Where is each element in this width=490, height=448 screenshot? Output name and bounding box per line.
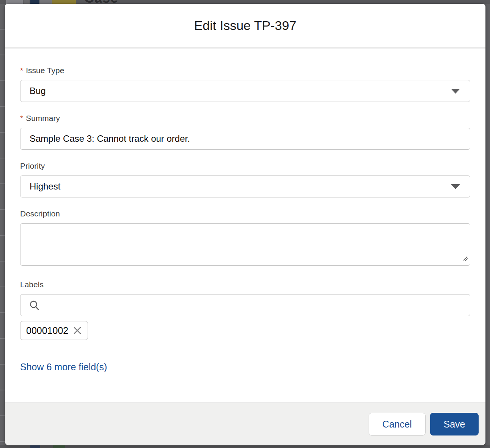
background-page-left <box>0 4 5 448</box>
background-page-bottom <box>0 445 490 448</box>
app-icon <box>30 0 39 4</box>
label-pill-text: 00001002 <box>26 325 68 336</box>
case-object-icon <box>52 0 76 4</box>
chevron-down-icon <box>451 184 460 189</box>
issue-type-label: * Issue Type <box>20 66 470 75</box>
background-tile <box>39 0 52 4</box>
modal-footer: Cancel Save <box>5 403 485 445</box>
labels-search-input[interactable] <box>20 294 470 316</box>
issue-type-combobox[interactable]: Bug <box>20 80 470 102</box>
issue-type-value: Bug <box>30 86 46 96</box>
modal-header: Edit Issue TP-397 <box>5 4 485 49</box>
description-label-text: Description <box>20 209 60 218</box>
case-object-label: Case <box>84 0 118 4</box>
search-icon <box>29 300 40 313</box>
priority-combobox[interactable]: Highest <box>20 175 470 197</box>
background-tile <box>30 445 40 448</box>
background-page-right <box>485 4 490 445</box>
description-field: Description <box>20 209 470 266</box>
issue-type-label-text: Issue Type <box>26 66 64 75</box>
show-more-fields-link[interactable]: Show 6 more field(s) <box>20 362 107 373</box>
summary-field: * Summary <box>20 114 470 150</box>
priority-field: Priority Highest <box>20 161 470 197</box>
cancel-button[interactable]: Cancel <box>369 413 426 435</box>
background-tile <box>53 445 65 448</box>
priority-label-text: Priority <box>20 161 45 171</box>
chevron-down-icon <box>451 89 460 94</box>
save-button[interactable]: Save <box>430 413 479 435</box>
background-tile <box>6 0 23 4</box>
summary-label: * Summary <box>20 114 470 123</box>
modal-body: * Issue Type Bug * Summary Priority High… <box>5 49 485 403</box>
required-marker: * <box>20 66 23 75</box>
label-pill[interactable]: 00001002 <box>20 321 88 340</box>
issue-type-field: * Issue Type Bug <box>20 66 470 102</box>
background-page-top: Case <box>0 0 490 4</box>
priority-value: Highest <box>30 181 60 192</box>
priority-label: Priority <box>20 161 470 171</box>
close-icon[interactable] <box>73 326 82 335</box>
description-label: Description <box>20 209 470 218</box>
modal-title: Edit Issue TP-397 <box>194 18 297 33</box>
labels-field: Labels 00001002 <box>20 280 470 340</box>
edit-issue-modal: Edit Issue TP-397 * Issue Type Bug * Sum… <box>5 4 485 445</box>
background-tile <box>24 0 30 4</box>
labels-label: Labels <box>20 280 470 289</box>
description-textarea[interactable] <box>20 223 470 266</box>
description-textarea-wrap <box>20 223 470 266</box>
resize-handle-icon[interactable] <box>462 255 468 263</box>
labels-search-box <box>20 294 470 316</box>
required-marker: * <box>20 114 23 123</box>
summary-input[interactable] <box>20 128 470 150</box>
labels-label-text: Labels <box>20 280 44 289</box>
summary-label-text: Summary <box>26 114 60 123</box>
